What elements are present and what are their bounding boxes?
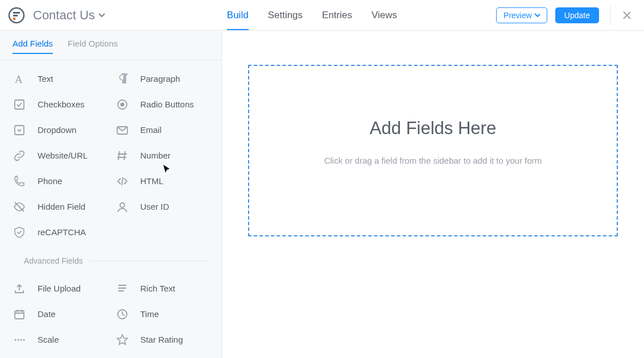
- paragraph-icon: [115, 72, 129, 86]
- form-title-text: Contact Us: [33, 8, 95, 23]
- top-actions: Preview Update: [496, 6, 634, 25]
- user-icon: [115, 200, 129, 214]
- radio-icon: [115, 98, 129, 111]
- close-button[interactable]: [620, 9, 634, 22]
- nav-build[interactable]: Build: [227, 1, 249, 30]
- divider: [610, 6, 611, 25]
- top-bar: Contact Us BuildSettingsEntriesViews Pre…: [0, 0, 644, 31]
- field-label: Time: [141, 309, 159, 319]
- field-rich-text[interactable]: Rich Text: [111, 276, 214, 301]
- field-star-rating[interactable]: Star Rating: [111, 327, 214, 352]
- hash-icon: [115, 149, 129, 163]
- scale-icon: [13, 333, 26, 347]
- field-scale[interactable]: Scale: [8, 327, 111, 352]
- sidebar-tab-add-fields[interactable]: Add Fields: [13, 39, 53, 54]
- field-user-id[interactable]: User ID: [111, 194, 214, 219]
- checkbox-icon: [13, 98, 26, 111]
- star-icon: [115, 333, 129, 347]
- text-a-icon: [13, 72, 26, 86]
- divider: [89, 261, 208, 261]
- nav-views[interactable]: Views: [371, 1, 397, 30]
- preview-button[interactable]: Preview: [496, 7, 547, 23]
- phone-icon: [13, 174, 26, 188]
- preview-label: Preview: [503, 11, 532, 20]
- sidebar-tabs: Add FieldsField Options: [0, 31, 221, 60]
- link-icon: [13, 149, 26, 163]
- field-recaptcha[interactable]: reCAPTCHA: [8, 219, 111, 245]
- field-checkboxes[interactable]: Checkboxes: [8, 91, 111, 117]
- close-icon: [622, 11, 631, 20]
- field-label: Rich Text: [141, 284, 175, 293]
- field-label: Website/URL: [38, 151, 88, 160]
- field-dropzone[interactable]: Add Fields Here Click or drag a field fr…: [248, 65, 618, 236]
- field-dropdown[interactable]: Dropdown: [8, 117, 111, 143]
- advanced-fields-header-label: Advanced Fields: [24, 256, 83, 265]
- email-icon: [115, 123, 129, 137]
- app-logo[interactable]: [8, 7, 25, 24]
- dropzone-subtitle: Click or drag a field from the sidebar t…: [324, 156, 542, 165]
- advanced-fields-grid: File UploadRich TextDateTimeScaleStar Ra…: [0, 270, 221, 355]
- field-label: HTML: [141, 176, 164, 186]
- field-label: Checkboxes: [38, 99, 85, 109]
- date-icon: [13, 307, 26, 321]
- field-paragraph[interactable]: Paragraph: [111, 66, 214, 91]
- time-icon: [115, 307, 129, 321]
- form-title-dropdown[interactable]: Contact Us: [33, 8, 105, 23]
- shield-icon: [13, 226, 26, 239]
- field-label: Email: [141, 125, 162, 135]
- field-label: Number: [141, 151, 171, 160]
- field-label: User ID: [141, 202, 170, 211]
- form-canvas: Add Fields Here Click or drag a field fr…: [222, 31, 644, 358]
- field-file-upload[interactable]: File Upload: [8, 276, 111, 301]
- dropdown-icon: [13, 123, 26, 137]
- richtext-icon: [115, 282, 129, 295]
- update-label: Update: [564, 11, 590, 20]
- update-button[interactable]: Update: [555, 7, 599, 23]
- upload-icon: [13, 282, 26, 295]
- sidebar-tab-field-options[interactable]: Field Options: [68, 39, 118, 54]
- field-website-url[interactable]: Website/URL: [8, 143, 111, 168]
- field-label: Scale: [38, 335, 59, 344]
- sidebar: Add FieldsField Options TextParagraphChe…: [0, 31, 222, 358]
- field-label: Dropdown: [38, 125, 76, 135]
- html-icon: [115, 174, 129, 188]
- field-label: Text: [38, 74, 53, 84]
- field-label: Hidden Field: [38, 202, 85, 211]
- field-label: Star Rating: [141, 335, 183, 344]
- field-email[interactable]: Email: [111, 117, 214, 143]
- field-html[interactable]: HTML: [111, 168, 214, 194]
- nav-settings[interactable]: Settings: [268, 1, 303, 30]
- field-label: Date: [38, 309, 56, 319]
- hidden-icon: [13, 200, 26, 214]
- field-label: Paragraph: [141, 74, 180, 84]
- chevron-down-icon: [98, 13, 105, 18]
- field-phone[interactable]: Phone: [8, 168, 111, 194]
- basic-fields-grid: TextParagraphCheckboxesRadio ButtonsDrop…: [0, 60, 221, 247]
- field-radio-buttons[interactable]: Radio Buttons: [111, 91, 214, 117]
- field-label: Phone: [38, 176, 62, 186]
- field-label: Radio Buttons: [141, 99, 194, 109]
- advanced-fields-header: Advanced Fields: [0, 247, 221, 270]
- field-label: reCAPTCHA: [38, 227, 86, 237]
- nav-entries[interactable]: Entries: [322, 1, 352, 30]
- chevron-down-icon: [534, 13, 540, 17]
- field-hidden-field[interactable]: Hidden Field: [8, 194, 111, 219]
- field-label: File Upload: [38, 284, 81, 293]
- field-text[interactable]: Text: [8, 66, 111, 91]
- field-time[interactable]: Time: [111, 301, 214, 327]
- dropzone-title: Add Fields Here: [370, 118, 496, 139]
- main-nav: BuildSettingsEntriesViews: [204, 1, 397, 30]
- field-number[interactable]: Number: [111, 143, 214, 168]
- field-date[interactable]: Date: [8, 301, 111, 327]
